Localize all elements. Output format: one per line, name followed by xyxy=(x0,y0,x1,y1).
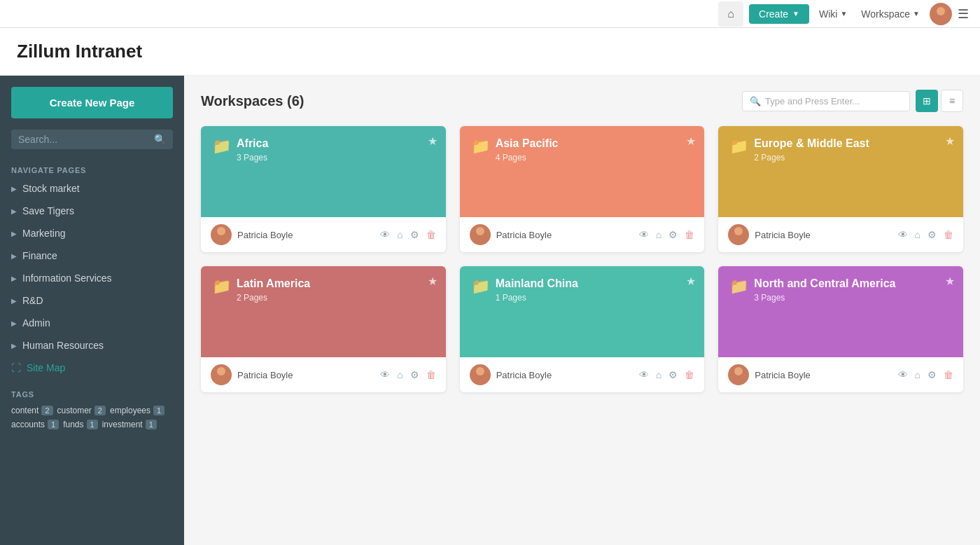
sidebar-item-stock-market[interactable]: ▶ Stock market xyxy=(0,177,184,200)
svg-point-13 xyxy=(732,377,745,385)
sidebar-item-human-resources[interactable]: ▶ Human Resources xyxy=(0,334,184,357)
create-chevron-icon: ▼ xyxy=(792,10,799,18)
card-bottom: Patricia Boyle 👁 ⌂ ⚙ 🗑 xyxy=(460,217,705,252)
card-top-north: 📁 North and Central America 3 Pages ★ xyxy=(718,266,963,357)
card-actions: 👁 ⌂ ⚙ 🗑 xyxy=(380,369,435,380)
settings-icon[interactable]: ⚙ xyxy=(927,229,937,240)
card-bottom: Patricia Boyle 👁 ⌂ ⚙ 🗑 xyxy=(460,357,705,392)
user-avatar[interactable] xyxy=(930,3,952,25)
view-icon[interactable]: 👁 xyxy=(898,369,908,380)
search-icon: 🔍 xyxy=(750,96,761,106)
tags-section: TAGS content 2 customer 2 employees 1 ac… xyxy=(0,379,184,441)
arrow-icon: ▶ xyxy=(11,275,17,282)
workspaces-header: Workspaces (6) 🔍 ⊞ ≡ xyxy=(201,90,963,112)
wiki-label: Wiki xyxy=(819,8,837,20)
card-bottom: Patricia Boyle 👁 ⌂ ⚙ 🗑 xyxy=(201,357,446,392)
view-icon[interactable]: 👁 xyxy=(380,229,390,240)
view-icon[interactable]: 👁 xyxy=(898,229,908,240)
svg-point-10 xyxy=(476,367,484,375)
tag-name: investment xyxy=(102,420,143,429)
settings-icon[interactable]: ⚙ xyxy=(410,369,419,380)
tag-customer[interactable]: customer 2 xyxy=(57,406,106,415)
tag-content[interactable]: content 2 xyxy=(11,406,53,415)
workspace-chevron-icon: ▼ xyxy=(913,10,920,18)
view-icon[interactable]: 👁 xyxy=(639,369,649,380)
workspace-card-mainland-china: 📁 Mainland China 1 Pages ★ Patricia Boyl… xyxy=(460,266,705,392)
sidebar-item-finance[interactable]: ▶ Finance xyxy=(0,244,184,267)
home-icon[interactable]: ⌂ xyxy=(397,369,402,380)
workspace-grid: 📁 Africa 3 Pages ★ Patricia Boyle xyxy=(201,126,963,392)
sitemap-link[interactable]: ⛶ Site Map xyxy=(0,357,184,379)
delete-icon[interactable]: 🗑 xyxy=(685,369,694,380)
card-user: Patricia Boyle xyxy=(470,224,552,245)
home-icon[interactable]: ⌂ xyxy=(915,229,920,240)
card-bottom: Patricia Boyle 👁 ⌂ ⚙ 🗑 xyxy=(718,357,963,392)
settings-icon[interactable]: ⚙ xyxy=(927,369,937,380)
sitemap-label: Site Map xyxy=(27,362,65,373)
home-button[interactable]: ⌂ xyxy=(718,1,743,27)
app-title: Zillum Intranet xyxy=(17,41,963,62)
card-pages: 3 Pages xyxy=(754,293,895,303)
delete-icon[interactable]: 🗑 xyxy=(944,229,953,240)
sidebar-item-marketing[interactable]: ▶ Marketing xyxy=(0,222,184,244)
card-info: Mainland China 1 Pages xyxy=(496,277,578,303)
settings-icon[interactable]: ⚙ xyxy=(668,229,678,240)
folder-icon: 📁 xyxy=(729,137,748,156)
sidebar-item-rnd[interactable]: ▶ R&D xyxy=(0,289,184,312)
delete-icon[interactable]: 🗑 xyxy=(426,229,436,240)
sidebar-item-save-tigers[interactable]: ▶ Save Tigers xyxy=(0,200,184,222)
sidebar-item-admin[interactable]: ▶ Admin xyxy=(0,312,184,334)
card-pages: 1 Pages xyxy=(496,293,578,303)
tag-employees[interactable]: employees 1 xyxy=(110,406,164,415)
svg-point-5 xyxy=(474,237,486,245)
delete-icon[interactable]: 🗑 xyxy=(944,369,953,380)
svg-point-6 xyxy=(734,227,743,235)
delete-icon[interactable]: 🗑 xyxy=(685,229,694,240)
tags-grid: content 2 customer 2 employees 1 account… xyxy=(11,406,173,429)
home-icon[interactable]: ⌂ xyxy=(915,369,920,380)
tag-funds[interactable]: funds 1 xyxy=(63,420,97,429)
create-button[interactable]: Create ▼ xyxy=(749,4,809,24)
home-icon[interactable]: ⌂ xyxy=(397,229,402,240)
view-icon[interactable]: 👁 xyxy=(380,369,390,380)
delete-icon[interactable]: 🗑 xyxy=(426,369,436,380)
star-icon[interactable]: ★ xyxy=(428,275,438,288)
wiki-chevron-icon: ▼ xyxy=(840,10,847,18)
star-icon[interactable]: ★ xyxy=(945,134,955,148)
workspace-search-input[interactable] xyxy=(765,96,902,106)
sidebar-item-label: R&D xyxy=(22,295,43,306)
tag-investment[interactable]: investment 1 xyxy=(102,420,157,429)
card-info: Africa 3 Pages xyxy=(237,137,268,163)
workspace-card-europe: 📁 Europe & Middle East 2 Pages ★ Patrici… xyxy=(718,126,963,252)
star-icon[interactable]: ★ xyxy=(428,134,438,148)
card-pages: 2 Pages xyxy=(754,153,869,163)
settings-icon[interactable]: ⚙ xyxy=(668,369,678,380)
settings-icon[interactable]: ⚙ xyxy=(410,229,419,240)
view-icon[interactable]: 👁 xyxy=(639,229,649,240)
arrow-icon: ▶ xyxy=(11,319,17,327)
grid-view-button[interactable]: ⊞ xyxy=(916,90,938,112)
home-icon[interactable]: ⌂ xyxy=(656,369,662,380)
wiki-link[interactable]: Wiki ▼ xyxy=(815,8,851,20)
tag-name: accounts xyxy=(11,420,45,429)
star-icon[interactable]: ★ xyxy=(686,134,696,148)
workspace-link[interactable]: Workspace ▼ xyxy=(857,8,924,20)
tag-name: funds xyxy=(63,420,83,429)
card-username: Patricia Boyle xyxy=(237,230,293,240)
card-top-latin: 📁 Latin America 2 Pages ★ xyxy=(201,266,446,357)
folder-icon: 📁 xyxy=(212,137,231,156)
search-input[interactable] xyxy=(18,134,154,145)
tag-accounts[interactable]: accounts 1 xyxy=(11,420,59,429)
card-top-africa: 📁 Africa 3 Pages ★ xyxy=(201,126,446,217)
home-icon[interactable]: ⌂ xyxy=(656,229,662,240)
sidebar-item-information-services[interactable]: ▶ Information Services xyxy=(0,267,184,289)
star-icon[interactable]: ★ xyxy=(945,275,955,288)
list-view-button[interactable]: ≡ xyxy=(941,90,963,112)
workspace-label: Workspace xyxy=(861,8,910,20)
card-top-europe: 📁 Europe & Middle East 2 Pages ★ xyxy=(718,126,963,217)
sidebar-item-label: Admin xyxy=(22,317,50,329)
svg-point-12 xyxy=(734,367,743,375)
hamburger-menu-icon[interactable]: ☰ xyxy=(958,6,969,22)
sidebar-create-button[interactable]: Create New Page xyxy=(11,87,173,118)
star-icon[interactable]: ★ xyxy=(686,275,696,288)
